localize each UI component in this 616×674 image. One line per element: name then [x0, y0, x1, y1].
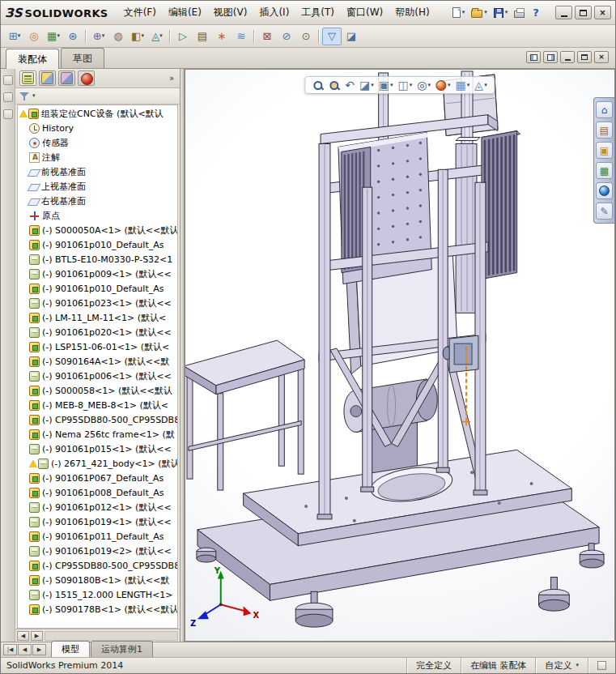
exploded-view-button[interactable]: ∗ ▾ [212, 28, 232, 45]
tab-motion-study-1[interactable]: 运动算例1 [91, 641, 153, 657]
tree-item[interactable]: (-) LSP151-06-01<1> (默认< [18, 339, 177, 354]
tab-model[interactable]: 模型 [51, 641, 90, 657]
tree-item[interactable]: (-) S090180B<1> (默认<<默 [18, 573, 177, 587]
close-document-button[interactable]: × [594, 51, 609, 63]
mass-properties-button[interactable]: ⊙ ▾ [296, 28, 316, 45]
tree-item[interactable]: (-) 901061P067_Default_As [18, 471, 177, 485]
status-custom-dropdown[interactable]: 自定义▾ [535, 658, 588, 673]
insert-components-button[interactable]: ⊞ ▾ [5, 28, 24, 45]
zoom-to-area-button[interactable]: ▾ [327, 79, 342, 92]
prev-tab-button[interactable]: ◀ [18, 644, 32, 655]
tree-item[interactable]: History [18, 121, 177, 135]
print-button[interactable] [512, 6, 527, 19]
model-table[interactable] [185, 340, 304, 490]
side-dock-icon[interactable] [3, 109, 13, 119]
graphics-area[interactable]: Y X Z ▾ [185, 69, 615, 642]
model-view[interactable]: Y X Z [185, 70, 614, 641]
tree-item[interactable]: (-) BTL5-E10-M0330-P-S32<1 [18, 252, 177, 267]
minimize-window-button[interactable] [555, 6, 572, 19]
dropdown-arrow-icon[interactable]: ▾ [484, 83, 487, 88]
status-tags-button[interactable] [588, 658, 615, 673]
design-library-button[interactable]: ▤ [596, 122, 613, 139]
dropdown-arrow-icon[interactable]: ▾ [57, 33, 60, 39]
help-button[interactable]: ? [529, 5, 543, 20]
appearances-scenes-button[interactable] [596, 182, 613, 199]
tab-assembly[interactable]: 装配体 [6, 49, 59, 69]
tree-item[interactable]: (-) 901061p008_Default_As [18, 485, 177, 500]
tree-item[interactable]: (-) 901061p020<1> (默认<< [18, 325, 177, 339]
smart-fasteners-button[interactable]: ⊛ ▾ [63, 28, 83, 45]
reference-geometry-button[interactable]: ◬ ▾ [147, 28, 167, 45]
manager-tabs-overflow[interactable]: » [169, 74, 176, 83]
solidworks-resources-button[interactable]: ⌂ [596, 101, 613, 118]
tree-item[interactable]: (-) 901061p023<1> (默认<< [18, 296, 177, 310]
dropdown-arrow-icon[interactable]: ▾ [448, 83, 451, 88]
menu-item[interactable]: 编辑(E) [163, 2, 207, 23]
edit-appearance-button[interactable]: ▾ [434, 79, 452, 92]
minimize-document-button[interactable]: × [560, 51, 575, 63]
scroll-right-button[interactable]: ▶ [31, 631, 43, 641]
view-orientation-button[interactable]: ▣ ▾ [377, 79, 395, 92]
next-tab-button[interactable]: ▶ [32, 644, 46, 655]
apply-scene-button[interactable]: ▦ ▾ [454, 79, 472, 92]
tree-item[interactable]: (-) S000058<1> (默认<<默认 [18, 383, 177, 398]
dropdown-arrow-icon[interactable]: ▾ [371, 83, 374, 88]
dropdown-arrow-icon[interactable]: ▾ [484, 10, 487, 15]
bill-of-materials-button[interactable]: ▤ ▾ [193, 28, 212, 45]
measure-button[interactable]: ⊘ ▾ [277, 28, 296, 45]
toolbar-button[interactable]: ▾ [316, 28, 322, 45]
featuremanager-tab[interactable] [19, 70, 36, 86]
tree-item[interactable]: (-) Nema 256tc frame<1> (默 [18, 427, 177, 442]
section-view-toolbar-button[interactable]: ◪ ▾ [342, 28, 361, 45]
linear-component-pattern-button[interactable]: ▦ ▾ [44, 28, 63, 45]
dropdown-arrow-icon[interactable]: ▾ [141, 33, 144, 39]
section-view-button[interactable]: ◪ ▾ [358, 79, 376, 92]
display-style-button[interactable]: ◫ ▾ [397, 79, 414, 92]
tree-item[interactable]: (-) 2671_421_body<1> (默认 [18, 456, 177, 471]
tree-item[interactable]: (-) 901061p010_Default_As [18, 237, 177, 252]
menu-item[interactable]: 工具(T) [295, 2, 340, 23]
filter-funnel-icon[interactable] [19, 92, 29, 101]
side-dock-icon[interactable] [3, 92, 13, 102]
dropdown-arrow-icon[interactable]: ▾ [390, 83, 393, 88]
scroll-left-button[interactable]: ◀ [17, 631, 29, 641]
tree-item[interactable]: 原点 [18, 208, 177, 223]
tree-item[interactable]: (-) MEB-8_MEB-8<1> (默认< [18, 398, 177, 412]
dropdown-arrow-icon[interactable]: ▾ [462, 10, 465, 15]
dropdown-arrow-icon[interactable]: ▾ [102, 33, 105, 39]
tree-item[interactable]: (-) 901061p015<1> (默认<< [18, 442, 177, 456]
tree-item[interactable]: (-) CP95SDB80-500_CP95SDB8 [18, 558, 177, 573]
dropdown-arrow-icon[interactable]: ▾ [467, 83, 470, 88]
toolbar-button[interactable]: ▾ [251, 28, 257, 45]
dropdown-arrow-icon[interactable]: ▾ [428, 83, 431, 88]
displaymanager-tab[interactable] [78, 70, 95, 86]
menu-item[interactable]: 文件(F) [118, 2, 162, 23]
menu-item[interactable]: 窗口(W) [341, 2, 389, 23]
tree-item[interactable]: 前视基准面 [18, 164, 177, 179]
toolbar-button[interactable]: ▾ [167, 28, 173, 45]
tree-item[interactable]: 右视基准面 [18, 194, 177, 208]
tree-item[interactable]: (-) 901061p006<1> (默认<< [18, 369, 177, 383]
hide-show-items-button[interactable]: ◎ ▾ [415, 79, 432, 92]
tree-item[interactable]: (-) S090164A<1> (默认<<默 [18, 354, 177, 369]
tab-sketch[interactable]: 草图 [61, 48, 104, 68]
configurationmanager-tab[interactable] [58, 70, 75, 86]
tree-item[interactable]: (-) 901061p019<1> (默认<< [18, 514, 177, 529]
move-component-button[interactable]: ⊕ ▾ [89, 28, 108, 45]
dropdown-arrow-icon[interactable]: ▾ [18, 33, 21, 39]
previous-view-button[interactable]: ↶ ▾ [343, 79, 356, 92]
new-document-button[interactable]: ▾ [450, 6, 468, 19]
tree-item[interactable]: (-) 1515_12.000 LENGTH<1> [18, 587, 177, 602]
dropdown-arrow-icon[interactable]: ▾ [410, 83, 413, 88]
tree-item[interactable]: 上视基准面 [18, 179, 177, 194]
pane-split-left-button[interactable]: × [526, 51, 541, 63]
tree-item[interactable]: 组装定位CNC设备 (默认<默认 [18, 106, 177, 121]
tree-item[interactable]: (-) 901061p019<2> (默认<< [18, 544, 177, 558]
first-tab-button[interactable]: |◀ [3, 644, 17, 655]
tree-item[interactable]: (-) 901061p011_Default_As [18, 529, 177, 544]
custom-properties-button[interactable]: ✎ [596, 203, 613, 220]
menu-item[interactable]: 帮助(H) [389, 2, 435, 23]
assembly-features-button[interactable]: ◧ ▾ [128, 28, 147, 45]
tree-item[interactable]: (-) S000050A<1> (默认<<默认 [18, 223, 177, 237]
tree-item[interactable]: 注解 [18, 150, 177, 164]
